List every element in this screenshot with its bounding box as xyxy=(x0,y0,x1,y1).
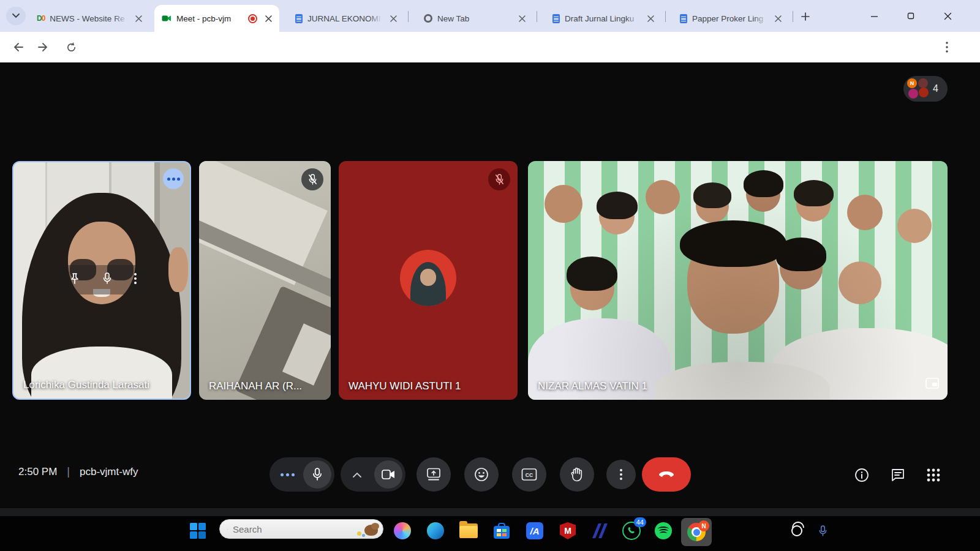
meeting-details-button[interactable] xyxy=(853,466,871,484)
new-tab-button[interactable] xyxy=(797,9,813,24)
info-icon xyxy=(854,468,869,482)
close-icon xyxy=(135,15,142,22)
edge-taskbar-icon[interactable] xyxy=(425,520,446,541)
store-icon xyxy=(494,523,510,539)
video-tile-raihanah[interactable]: RAIHANAH AR (R... xyxy=(199,161,331,400)
new-tab-favicon xyxy=(424,14,432,23)
pin-tile-button[interactable] xyxy=(69,272,80,287)
tab-separator xyxy=(665,11,666,22)
pin-icon xyxy=(69,272,80,285)
video-tile-wahyu[interactable]: WAHYU WIDI ASTUTI 1 xyxy=(339,161,518,400)
ms-store-taskbar-icon[interactable] xyxy=(491,520,512,541)
hand-icon xyxy=(570,467,584,482)
leave-call-button[interactable] xyxy=(642,457,691,492)
reactions-button[interactable] xyxy=(464,457,499,492)
copilot-taskbar-icon[interactable] xyxy=(392,520,413,541)
tile-mic-indicator[interactable] xyxy=(102,272,112,287)
tray-webcam-indicator[interactable] xyxy=(786,520,807,541)
video-tile-nizar[interactable]: NIZAR ALMAS VATIN 1 xyxy=(528,161,948,400)
window-maximize-button[interactable] xyxy=(897,6,925,26)
participant-avatars: N xyxy=(907,78,929,99)
file-explorer-taskbar-icon[interactable] xyxy=(458,520,479,541)
browser-menu-button[interactable] xyxy=(936,36,958,58)
chat-icon xyxy=(891,468,905,482)
tab-title: Draft Jurnal Lingku xyxy=(565,14,639,23)
tab-close-button[interactable] xyxy=(516,12,528,24)
chrome-taskbar-icon-active[interactable]: N xyxy=(681,518,712,546)
window-close-button[interactable] xyxy=(933,6,962,26)
kebab-icon xyxy=(620,469,622,480)
present-screen-button[interactable] xyxy=(417,457,451,492)
forward-icon xyxy=(38,41,50,53)
more-options-button[interactable] xyxy=(606,460,636,489)
tab-close-button[interactable] xyxy=(772,12,784,24)
reload-icon xyxy=(66,42,77,53)
chevron-up-icon xyxy=(353,472,361,478)
start-button[interactable] xyxy=(187,520,208,541)
participants-pill[interactable]: N 4 xyxy=(903,76,948,102)
svg-text:CC: CC xyxy=(526,472,533,478)
mic-button[interactable] xyxy=(270,457,334,492)
person-face xyxy=(420,269,436,286)
mcafee-taskbar-icon[interactable]: M xyxy=(557,520,578,541)
whatsapp-badge: 44 xyxy=(634,517,646,527)
tab-papper-proker[interactable]: Papper Proker Ling xyxy=(673,5,789,32)
speaking-indicator xyxy=(163,168,184,189)
profile-avatar xyxy=(400,250,456,306)
tab-close-button[interactable] xyxy=(387,12,399,24)
participant-count: 4 xyxy=(933,83,938,94)
activities-button[interactable] xyxy=(924,466,943,484)
present-icon xyxy=(426,468,441,481)
picture-in-picture-icon[interactable] xyxy=(925,378,939,391)
tab-search-button[interactable] xyxy=(6,7,26,25)
avatar: N xyxy=(907,78,917,88)
tab-separator xyxy=(793,11,793,22)
slash-a-app-taskbar-icon[interactable]: /A xyxy=(524,520,545,541)
tab-jurnal-ekonomi[interactable]: JURNAL EKONOMI xyxy=(288,5,404,32)
chevron-down-icon xyxy=(12,13,20,18)
muted-mic-badge xyxy=(488,168,510,190)
person-shirt xyxy=(31,347,172,400)
tab-meet-active[interactable]: Meet - pcb-vjm xyxy=(154,5,279,32)
window-minimize-button[interactable] xyxy=(860,6,888,26)
search-input[interactable] xyxy=(233,524,355,534)
mic-in-use-icon xyxy=(818,525,827,538)
mcafee-shield-icon: M xyxy=(560,522,576,539)
docs-favicon xyxy=(295,14,303,23)
audio-activity-icon xyxy=(281,473,295,476)
plus-icon xyxy=(801,12,810,21)
tile-more-options-button[interactable] xyxy=(134,273,137,287)
spotify-taskbar-icon[interactable] xyxy=(653,520,674,541)
tab-close-button[interactable] xyxy=(644,12,657,24)
forward-button[interactable] xyxy=(33,36,55,58)
tab-news[interactable]: D0 NEWS - Website Re xyxy=(29,5,149,32)
muted-mic-badge xyxy=(301,168,323,190)
whatsapp-taskbar-icon[interactable]: 44 xyxy=(621,520,642,541)
mic-off-icon xyxy=(307,174,318,186)
tab-new-tab[interactable]: New Tab xyxy=(417,5,533,32)
close-icon xyxy=(390,15,397,22)
tray-mic-indicator[interactable] xyxy=(812,520,833,541)
captions-button[interactable]: CC xyxy=(512,457,546,492)
tab-title: Papper Proker Ling xyxy=(692,14,767,23)
edge-icon xyxy=(427,522,444,539)
taskbar-search-box[interactable] xyxy=(219,519,383,539)
chat-button[interactable] xyxy=(889,466,907,484)
reload-button[interactable] xyxy=(60,36,82,58)
spotify-icon xyxy=(655,522,672,539)
clock: 2:50 PM xyxy=(18,466,57,478)
video-tile-lorichika[interactable]: Lorichika Gustinda Larasati xyxy=(12,161,191,400)
participant-name: NIZAR ALMAS VATIN 1 xyxy=(538,380,647,392)
search-highlight-groundhog-image xyxy=(355,520,379,538)
tab-close-button[interactable] xyxy=(262,12,274,24)
double-slash-app-taskbar-icon[interactable] xyxy=(589,520,610,541)
camera-button[interactable] xyxy=(341,457,405,492)
kebab-icon xyxy=(134,273,137,284)
participant-name: WAHYU WIDI ASTUTI 1 xyxy=(349,380,461,392)
tab-close-button[interactable] xyxy=(132,12,145,24)
chrome-notification-badge: N xyxy=(698,520,709,531)
raise-hand-button[interactable] xyxy=(560,457,594,492)
back-button[interactable] xyxy=(6,36,28,58)
tab-draft-jurnal[interactable]: Draft Jurnal Lingku xyxy=(545,5,662,32)
meet-favicon xyxy=(162,13,172,23)
